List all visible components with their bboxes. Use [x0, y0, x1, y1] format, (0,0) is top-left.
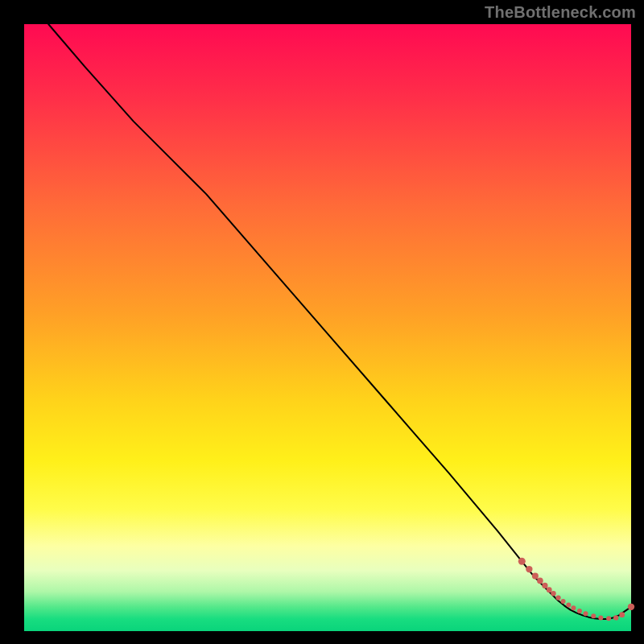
highlight-dot	[561, 599, 566, 604]
curve-layer	[48, 24, 631, 619]
highlight-dot	[532, 572, 539, 579]
chart-stage: TheBottleneck.com	[0, 0, 644, 644]
highlight-dot	[551, 591, 555, 596]
highlight-dot	[583, 611, 588, 616]
highlight-dot	[518, 558, 526, 565]
highlight-dot	[526, 566, 532, 572]
chart-svg	[24, 24, 631, 631]
highlight-dot	[606, 616, 611, 621]
highlight-dot	[542, 583, 547, 588]
highlight-dot	[591, 613, 596, 618]
highlight-dot	[566, 603, 571, 608]
highlight-dot	[598, 615, 603, 620]
highlight-dot	[628, 604, 634, 610]
watermark-label: TheBottleneck.com	[485, 3, 636, 22]
highlight-dot	[555, 595, 560, 600]
highlight-dot	[619, 612, 625, 617]
highlight-dots-layer	[518, 558, 634, 621]
highlight-dot	[613, 615, 618, 620]
highlight-dot	[537, 578, 543, 584]
highlight-dot	[577, 609, 582, 613]
bottleneck-curve	[48, 24, 631, 619]
highlight-dot	[547, 587, 552, 592]
highlight-dot	[571, 605, 576, 610]
plot-area	[24, 24, 631, 631]
